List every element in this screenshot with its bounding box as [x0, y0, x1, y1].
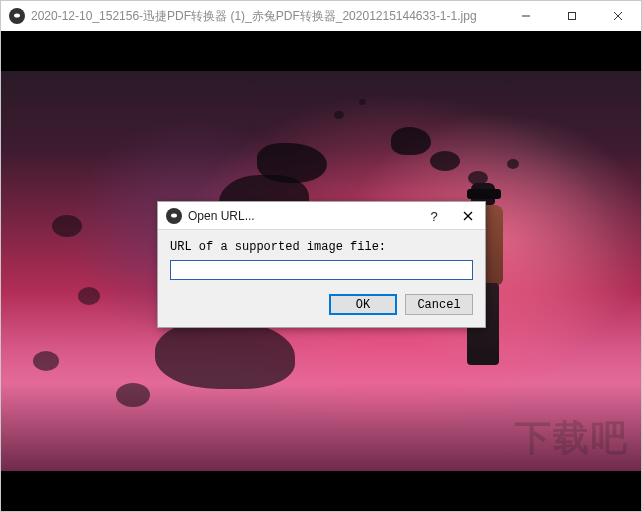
dialog-body: URL of a supported image file: OK Cancel: [158, 230, 485, 327]
main-window: 2020-12-10_152156-迅捷PDF转换器 (1)_赤兔PDF转换器_…: [0, 0, 642, 512]
watermark-text: 下载吧: [515, 414, 629, 463]
dialog-close-button[interactable]: [451, 202, 485, 230]
open-url-dialog: Open URL... ? URL of a supported image f…: [157, 201, 486, 328]
cancel-button[interactable]: Cancel: [405, 294, 473, 315]
image-viewport: 下载吧 Open URL... ? URL of a supp: [1, 31, 641, 511]
close-icon: [463, 211, 473, 221]
dialog-help-button[interactable]: ?: [417, 202, 451, 230]
window-title: 2020-12-10_152156-迅捷PDF转换器 (1)_赤兔PDF转换器_…: [31, 8, 503, 25]
window-controls: [503, 1, 641, 31]
ok-button[interactable]: OK: [329, 294, 397, 315]
dialog-button-row: OK Cancel: [170, 294, 473, 315]
titlebar[interactable]: 2020-12-10_152156-迅捷PDF转换器 (1)_赤兔PDF转换器_…: [1, 1, 641, 31]
dialog-app-icon: [166, 208, 182, 224]
maximize-button[interactable]: [549, 1, 595, 31]
svg-rect-1: [569, 13, 576, 20]
minimize-button[interactable]: [503, 1, 549, 31]
url-input[interactable]: [170, 260, 473, 280]
help-icon: ?: [430, 209, 437, 224]
url-label: URL of a supported image file:: [170, 240, 473, 254]
close-button[interactable]: [595, 1, 641, 31]
app-icon: [9, 8, 25, 24]
dialog-titlebar[interactable]: Open URL... ?: [158, 202, 485, 230]
dialog-title: Open URL...: [188, 209, 417, 223]
